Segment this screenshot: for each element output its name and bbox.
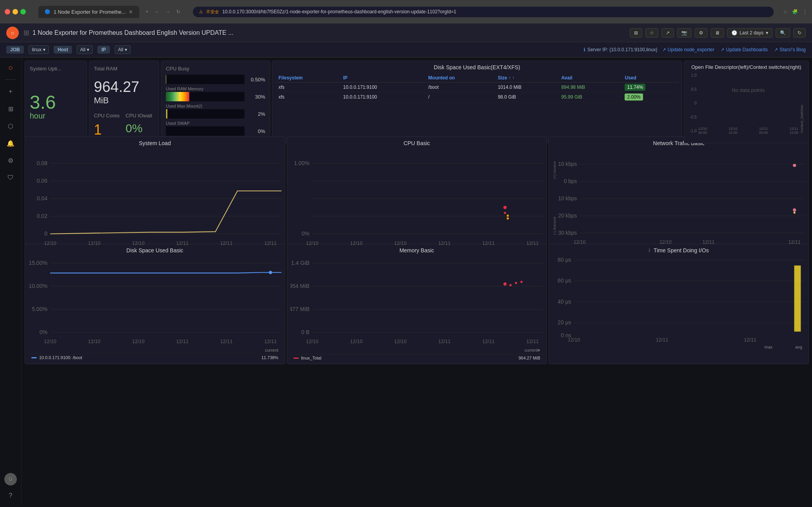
col-filesystem[interactable]: Filesystem [275,74,340,83]
host-value: All [80,47,85,52]
cpu-cores-value: 1 [94,122,122,138]
svg-text:12/10: 12/10 [132,339,145,344]
disk-space-panel: Disk Space Used Basic(EXT4/XFS) Filesyst… [272,61,682,143]
host-select[interactable]: All ▾ [77,45,93,54]
new-tab-icon[interactable]: + [146,9,148,14]
disk-table-row: xfs10.0.0.171:9100/boot1014.0 MiB894.98 … [275,83,679,92]
svg-point-58 [269,271,272,274]
refresh-icon[interactable]: ↻ [176,9,180,14]
system-load-svg: 0.08 0.06 0.04 0.02 0 12/10 12/10 12/10 … [28,149,282,254]
col-ip[interactable]: IP [340,74,425,83]
col-avail[interactable]: Avail [558,74,622,83]
refresh-button[interactable]: ↻ [793,28,806,38]
back-icon[interactable]: ← [154,9,159,14]
update-dashboards-text: Update Dashboards [726,47,768,52]
time-io-svg: 80 μs 60 μs 40 μs 20 μs 0 ns 12/10 12/11… [552,254,805,343]
time-range-picker[interactable]: 🕐 Last 2 days ▾ [727,28,772,38]
tv-mode-button[interactable]: 🖥 [711,28,724,38]
maximize-dot[interactable] [20,9,26,14]
svg-text:12/11: 12/11 [438,241,451,246]
col-size[interactable]: Size ↑ [495,74,558,83]
disk-basic-name: 10.0.0.171:9100: /boot [39,355,255,360]
disk-cell-2: /boot [425,83,495,92]
bookmark-icon[interactable]: ☆ [783,9,787,14]
svg-text:12/11: 12/11 [526,241,539,246]
open-file-x-axis: 12/1000:00 12/1012:00 12/1100:00 12/1112… [698,127,798,135]
cpu-cores-subpanel: CPU Cores 1 [94,113,122,138]
extensions-icon[interactable]: 🧩 [792,9,798,14]
disk-cell-0: xfs [275,92,340,102]
sidebar-user-icon[interactable]: U [4,473,17,485]
time-range-label: Last 2 days [740,30,763,36]
sidebar-shield-icon[interactable]: 🛡 [4,171,18,185]
disk-cell-3: 98.0 GiB [495,92,558,102]
share-button[interactable]: ↗ [661,28,674,38]
time-io-panel: ℹ Time Spent Doing I/Os 80 μs 60 μs 40 μ… [548,244,809,364]
open-file-y-axis: 1.0 0.5 0 -0.5 -1.0 [687,72,698,135]
settings-button[interactable]: ⚙ [695,28,708,38]
disk-current-header: current [255,348,278,352]
sidebar-dashboards-icon[interactable]: ⊞ [4,102,18,116]
sidebar-help-icon[interactable]: ? [4,489,18,503]
y-axis-5: -1.0 [687,129,697,133]
svg-text:12/10: 12/10 [394,339,406,344]
stars-blog-link[interactable]: ↗ Stars!'s Blog [774,47,806,52]
add-panel-button[interactable]: ⊞ [630,28,642,38]
svg-text:-20 kbps: -20 kbps [558,213,577,219]
svg-text:1.4 GiB: 1.4 GiB [291,260,309,266]
sidebar-add-icon[interactable]: + [4,84,18,99]
col-mounted[interactable]: Mounted on [425,74,495,83]
address-bar[interactable]: ⚠ 不安全 10.0.0.170:3000/d/hb7fSE0Zz/1-node… [193,7,774,17]
search-button[interactable]: 🔍 [776,28,790,38]
stats-row: System Upti... 3.6 hour Total RAM 964.27… [25,61,809,135]
tab-close-icon[interactable]: ✕ [129,9,133,15]
refresh-icon: ↻ [798,30,801,36]
svg-text:80 μs: 80 μs [558,257,571,263]
col-used[interactable]: Used [622,74,679,83]
svg-text:15.00%: 15.00% [29,260,48,266]
sidebar-explore-icon[interactable]: ⬡ [4,119,18,133]
cpu-busy-value: 0.50% [248,77,265,83]
used-ram-bar [166,92,244,101]
svg-point-75 [515,282,517,284]
used-max-bar [166,109,244,119]
settings-icon[interactable]: ⋮ [803,9,807,14]
y-axis-4: -0.5 [687,115,697,119]
tio-max-header: max [749,345,772,349]
memory-basic-chart: 1.4 GiB 954 MiB 477 MiB 0 B 12/10 12/10 … [290,257,544,347]
svg-point-25 [507,218,509,220]
ip-select[interactable]: All ▾ [115,45,131,54]
job-dropdown-icon: ▾ [43,47,45,52]
update-node-text: Update node_exporter [668,47,714,52]
cpu-iowait-value: 0% [126,122,154,135]
external-link-icon2: ↗ [720,47,724,52]
star-dashboard-button[interactable]: ☆ [645,28,658,38]
browser-tab[interactable]: 🔵 1 Node Exporter for Promethe... ✕ [38,6,139,18]
grafana-logo[interactable]: ○ [6,27,19,39]
snapshot-button[interactable]: 📷 [677,28,692,38]
sidebar-config-icon[interactable]: ⚙ [4,153,18,167]
svg-text:60 μs: 60 μs [558,277,571,284]
forward-icon[interactable]: → [165,9,170,14]
sidebar-alerts-icon[interactable]: 🔔 [4,136,18,150]
svg-text:5.00%: 5.00% [32,306,47,312]
job-select[interactable]: linux ▾ [29,45,49,54]
tab-title: 1 Node Exporter for Promethe... [54,9,126,15]
update-dashboards-link[interactable]: ↗ Update Dashboards [720,47,768,52]
time-io-legend-header: max avg [552,343,805,351]
close-dot[interactable] [5,9,10,14]
svg-text:0 bps: 0 bps [564,178,577,184]
cpu-iowait-label: CPU IOwait [126,113,154,119]
disk-space-title: Disk Space Used Basic(EXT4/XFS) [275,64,679,70]
svg-text:12/11: 12/11 [744,337,756,343]
svg-text:0 B: 0 B [301,329,309,335]
sidebar-home-icon[interactable]: ○ [4,61,18,75]
update-node-link[interactable]: ↗ Update node_exporter [662,47,714,52]
svg-text:12/11: 12/11 [220,339,233,344]
disk-cell-3: 1014.0 MiB [495,83,558,92]
svg-text:12/11: 12/11 [526,339,539,344]
cpu-panel: CPU Busy 0.50% Used RAM Memory 30% Used … [161,61,270,143]
add-panel-icon: ⊞ [634,30,638,36]
minimize-dot[interactable] [13,9,18,14]
svg-text:12/11: 12/11 [176,339,189,344]
